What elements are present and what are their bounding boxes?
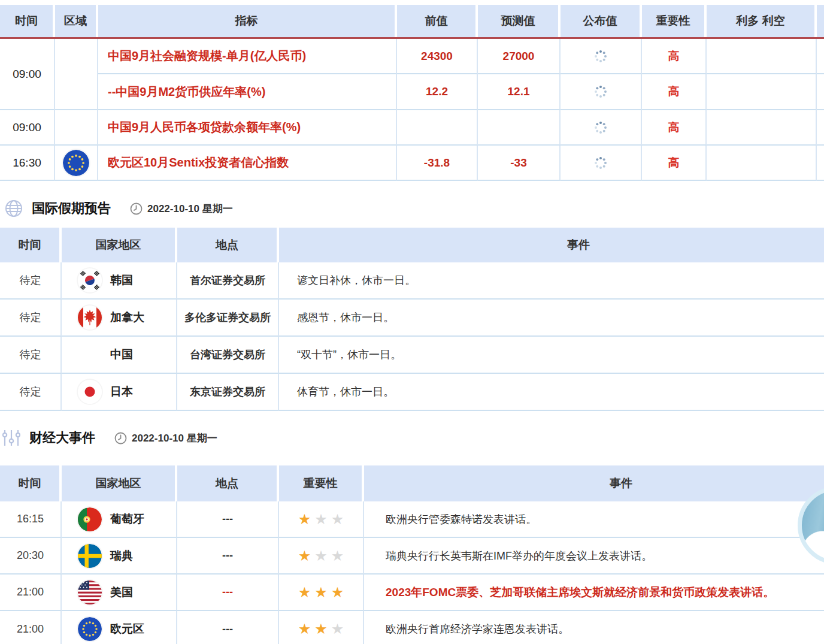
star-icon <box>298 622 311 636</box>
col-header-region: 区域 <box>55 5 98 37</box>
loading-spinner-icon <box>593 84 608 99</box>
col-header-forecast: 预测值 <box>478 5 561 37</box>
loading-spinner-icon <box>593 156 608 170</box>
indicator-cell: 中国9月人民币各项贷款余额年率(%) <box>98 110 397 146</box>
previous-cell <box>397 110 478 146</box>
star-icon <box>298 549 311 563</box>
col-header-clipped <box>817 5 824 37</box>
location-cell: --- <box>177 501 279 538</box>
clock-icon <box>114 432 127 445</box>
sweden-flag-icon <box>78 544 102 568</box>
bull-bear-cell <box>707 39 817 74</box>
forecast-cell <box>478 110 561 146</box>
col-header-location: 地点 <box>177 228 279 262</box>
event-cell: 瑞典央行行长英韦斯在IMF举办的年度会议上发表讲话。 <box>364 538 824 575</box>
time-cell: 16:15 <box>0 501 62 538</box>
indicator-cell: --中国9月M2货币供应年率(%) <box>98 74 397 110</box>
forecast-cell: 27000 <box>478 39 561 74</box>
region-cell <box>55 110 98 146</box>
events-section-date: 2022-10-10 星期一 <box>132 431 217 445</box>
clipped-cell <box>817 39 824 74</box>
star-icon <box>331 512 344 527</box>
importance-cell: 高 <box>642 74 707 110</box>
location-cell: 东京证券交易所 <box>177 374 279 411</box>
col-header-time: 时间 <box>0 228 62 262</box>
country-name: 加拿大 <box>110 310 144 325</box>
time-cell: 09:00 <box>0 39 55 110</box>
time-cell: 21:00 <box>0 611 62 644</box>
previous-cell: 24300 <box>397 39 478 74</box>
col-header-actual: 公布值 <box>561 5 642 37</box>
time-cell: 待定 <box>0 337 62 374</box>
economic-calendar-table: 时间 区域 指标 前值 预测值 公布值 重要性 利多 利空 09:00 中国9月… <box>0 5 824 181</box>
canada-flag-icon <box>78 306 102 329</box>
events-section-title: 财经大事件 <box>29 429 95 447</box>
event-cell: 欧洲央行首席经济学家连恩发表讲话。 <box>364 611 824 644</box>
country-name: 日本 <box>110 384 133 400</box>
event-cell: 感恩节，休市一日。 <box>279 300 824 337</box>
star-icon <box>314 512 328 527</box>
location-cell: 多伦多证券交易所 <box>177 300 279 337</box>
importance-stars <box>298 585 344 600</box>
location-cell: --- <box>177 575 279 611</box>
holiday-table: 时间 国家地区 地点 事件 待定 韩国 <box>0 228 824 411</box>
bull-bear-cell <box>707 146 817 181</box>
importance-cell: 高 <box>642 146 707 181</box>
previous-cell: 12.2 <box>397 74 478 110</box>
actual-cell <box>561 39 642 74</box>
eu-flag-icon <box>78 617 102 641</box>
star-icon <box>331 585 344 600</box>
sliders-icon <box>2 429 20 447</box>
star-icon <box>314 622 328 636</box>
portugal-flag-icon <box>78 507 102 531</box>
holiday-section-header: 国际假期预告 2022-10-10 星期一 <box>0 196 824 220</box>
country-name: 韩国 <box>110 273 133 288</box>
star-icon <box>314 549 328 563</box>
country-name: 欧元区 <box>110 621 144 637</box>
events-section-header: 财经大事件 2022-10-10 星期一 <box>0 426 824 450</box>
bull-bear-cell <box>707 110 817 146</box>
country-name: 瑞典 <box>110 548 133 564</box>
event-cell: 体育节，休市一日。 <box>279 374 824 411</box>
location-cell: --- <box>177 611 279 644</box>
star-icon <box>298 585 311 600</box>
time-cell: 09:00 <box>0 110 55 146</box>
importance-stars <box>298 549 344 563</box>
country-name: 中国 <box>110 347 133 362</box>
indicator-cell: 中国9月社会融资规模-单月(亿人民币) <box>98 39 397 74</box>
col-header-time: 时间 <box>0 465 62 501</box>
star-icon <box>331 549 344 563</box>
holiday-section-date: 2022-10-10 星期一 <box>147 202 233 216</box>
col-header-event: 事件 <box>279 228 824 262</box>
previous-cell: -31.8 <box>397 146 478 181</box>
importance-cell <box>279 501 364 538</box>
col-header-country: 国家地区 <box>62 228 177 262</box>
importance-cell <box>279 611 364 644</box>
country-cell: 瑞典 <box>62 538 177 575</box>
time-cell: 16:30 <box>0 146 55 181</box>
location-cell: 台湾证券交易所 <box>177 337 279 374</box>
japan-flag-icon <box>78 380 102 404</box>
importance-cell <box>279 575 364 611</box>
country-cell: 葡萄牙 <box>62 501 177 538</box>
star-icon <box>331 622 344 636</box>
forecast-cell: -33 <box>478 146 561 181</box>
events-table: 时间 国家地区 地点 重要性 事件 16:15 葡萄牙 --- 欧洲央行管委森特… <box>0 465 824 644</box>
event-cell: 谚文日补休，休市一日。 <box>279 262 824 300</box>
time-cell: 待定 <box>0 262 62 300</box>
country-cell: 美国 <box>62 575 177 611</box>
country-cell: 加拿大 <box>62 300 177 337</box>
time-cell: 待定 <box>0 374 62 411</box>
financial-calendar-page: 时间 区域 指标 前值 预测值 公布值 重要性 利多 利空 09:00 中国9月… <box>0 0 824 644</box>
event-cell: 欧洲央行管委森特诺发表讲话。 <box>364 501 824 538</box>
clipped-cell <box>817 74 824 110</box>
col-header-country: 国家地区 <box>62 465 177 501</box>
col-header-event: 事件 <box>364 465 824 501</box>
col-header-importance: 重要性 <box>279 465 364 501</box>
event-cell: “双十节”，休市一日。 <box>279 337 824 374</box>
usa-flag-icon <box>78 580 102 604</box>
region-cell <box>55 39 98 110</box>
star-icon <box>314 585 328 600</box>
col-header-bull-bear: 利多 利空 <box>707 5 817 37</box>
star-icon <box>298 512 311 527</box>
